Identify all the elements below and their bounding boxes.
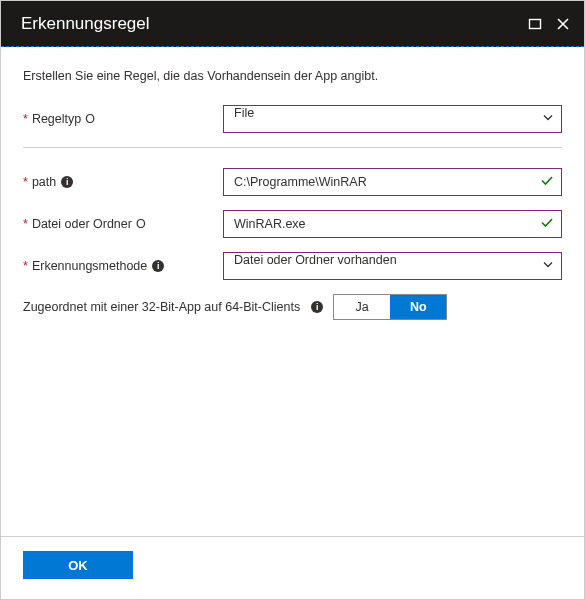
toggle-yes-button[interactable]: Ja [334,295,390,319]
dialog-footer: OK [1,536,584,599]
detection-method-select[interactable]: Datei oder Ordner vorhanden [223,252,562,280]
required-marker: * [23,112,28,126]
close-icon[interactable] [556,17,570,31]
required-marker: * [23,175,28,189]
required-marker: * [23,259,28,273]
divider [23,147,562,148]
label-suffix: O [85,112,95,126]
file-or-folder-label: * Datei oder Ordner O [23,217,223,231]
intro-text: Erstellen Sie eine Regel, die das Vorhan… [23,69,562,83]
label-text: path [32,175,56,189]
path-input[interactable] [223,168,562,196]
rule-type-select[interactable]: File [223,105,562,133]
dialog-title: Erkennungsregel [21,14,528,34]
label-suffix: O [136,217,146,231]
required-marker: * [23,217,28,231]
label-text: Erkennungsmethode [32,259,147,273]
info-icon[interactable]: i [61,176,73,188]
dialog-content: Erstellen Sie eine Regel, die das Vorhan… [1,47,584,536]
path-label: * path i [23,175,223,189]
toggle-label: Zugeordnet mit einer 32-Bit-App auf 64-B… [23,300,300,314]
toggle-no-button[interactable]: No [390,295,446,319]
label-text: Datei oder Ordner [32,217,132,231]
label-text: Regeltyp [32,112,81,126]
ok-button[interactable]: OK [23,551,133,579]
bit-toggle-group: Ja No [333,294,447,320]
info-icon[interactable]: i [311,301,323,313]
rule-type-label: * Regeltyp O [23,112,223,126]
file-or-folder-input[interactable] [223,210,562,238]
maximize-icon[interactable] [528,17,542,31]
detection-method-label: * Erkennungsmethode i [23,259,223,273]
info-icon[interactable]: i [152,260,164,272]
svg-rect-0 [530,19,541,28]
dialog-header: Erkennungsregel [1,1,584,47]
